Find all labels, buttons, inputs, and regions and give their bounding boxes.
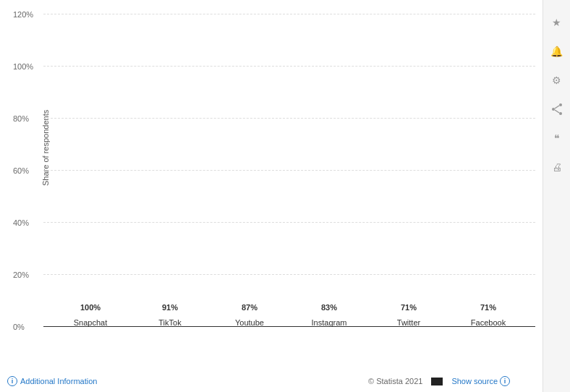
bar-value-label: 71% <box>480 303 496 312</box>
right-sidebar: ★ 🔔 ⚙ ❝ 🖨 <box>543 0 570 392</box>
grid-line-label: 60% <box>13 166 29 175</box>
grid-bars-container: 120%100%80%60%40%20%0% 100%Snapchat91%Ti… <box>43 14 535 327</box>
statista-copyright: © Statista 2021 <box>368 377 422 385</box>
show-source-link[interactable]: Show source i <box>451 376 510 386</box>
bar-group: 100%Snapchat <box>51 303 130 327</box>
footer-right: © Statista 2021 Show source i <box>368 376 510 386</box>
bar-group: 87%Youtube <box>210 303 289 327</box>
grid-line-label: 120% <box>13 10 33 19</box>
svg-point-2 <box>559 112 562 115</box>
gear-icon[interactable]: ⚙ <box>549 72 565 88</box>
additional-info-link[interactable]: i Additional Information <box>7 376 97 386</box>
bar-value-label: 100% <box>80 303 101 312</box>
main-container: Share of respondents 120%100%80%60%40%20… <box>0 0 570 392</box>
grid-line-label: 0% <box>13 323 25 331</box>
chart-wrapper: Share of respondents 120%100%80%60%40%20… <box>43 14 535 349</box>
show-source-label: Show source <box>451 377 498 385</box>
print-icon[interactable]: 🖨 <box>549 159 565 175</box>
bars-container: 100%Snapchat91%TikTok87%Youtube83%Instag… <box>43 14 535 327</box>
bar-value-label: 91% <box>162 303 178 312</box>
bar-value-label: 83% <box>321 303 337 312</box>
grid-line-label: 20% <box>13 270 29 279</box>
quote-icon[interactable]: ❝ <box>549 130 565 146</box>
svg-line-4 <box>555 110 559 113</box>
chart-area: Share of respondents 120%100%80%60%40%20… <box>0 0 543 392</box>
svg-point-0 <box>559 103 562 106</box>
bar-group: 71%Facebook <box>448 303 528 327</box>
grid-line-label: 40% <box>13 218 29 227</box>
svg-point-1 <box>552 108 555 111</box>
share-icon[interactable] <box>549 101 565 117</box>
bar-group: 91%TikTok <box>130 303 210 327</box>
additional-info-label: Additional Information <box>20 377 97 385</box>
bell-icon[interactable]: 🔔 <box>549 43 565 59</box>
flag-icon <box>431 378 443 385</box>
footer: i Additional Information © Statista 2021… <box>7 376 510 386</box>
grid-line-label: 100% <box>13 62 33 71</box>
bar-value-label: 71% <box>401 303 417 312</box>
show-source-info-icon: i <box>500 376 510 386</box>
bar-value-label: 87% <box>242 303 258 312</box>
bar-group: 71%Twitter <box>369 303 448 327</box>
svg-line-3 <box>555 106 559 108</box>
grid-line-label: 80% <box>13 114 29 123</box>
bar-group: 83%Instagram <box>289 303 369 327</box>
x-axis-line <box>43 326 535 327</box>
info-icon: i <box>7 376 17 386</box>
star-icon[interactable]: ★ <box>549 14 565 30</box>
